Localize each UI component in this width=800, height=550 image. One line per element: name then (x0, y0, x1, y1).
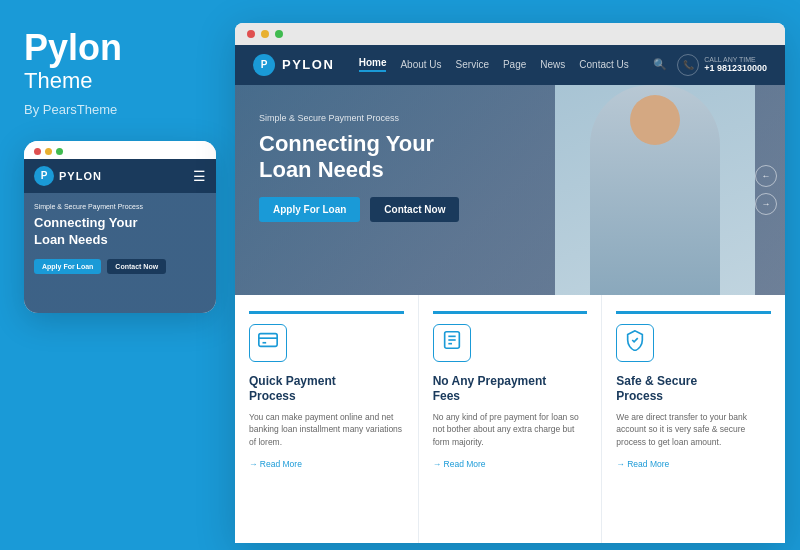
mobile-logo-text: PYLON (59, 170, 102, 182)
feature-title-prepayment: No Any PrepaymentFees (433, 374, 588, 405)
site-logo-icon: P (253, 54, 275, 76)
browser-titlebar (235, 23, 785, 45)
left-panel: Pylon Theme By PearsTheme P PYLON ☰ Simp… (0, 0, 235, 550)
hero-person-head (630, 95, 680, 145)
feature-accent-bar-3 (616, 311, 771, 314)
apply-loan-button[interactable]: Apply For Loan (259, 197, 360, 222)
nav-link-page[interactable]: Page (503, 59, 526, 70)
next-slide-button[interactable]: → (755, 193, 777, 215)
nav-link-about[interactable]: About Us (400, 59, 441, 70)
svg-rect-0 (259, 334, 277, 347)
feature-card-secure: Safe & SecureProcess We are direct trans… (602, 295, 785, 543)
site-hero: ← → Simple & Secure Payment Process Conn… (235, 85, 785, 295)
site-nav-links: Home About Us Service Page News Contact … (359, 57, 629, 72)
feature-title-secure: Safe & SecureProcess (616, 374, 771, 405)
mobile-mockup: P PYLON ☰ Simple & Secure Payment Proces… (24, 141, 216, 313)
brand-by: By PearsTheme (24, 102, 117, 117)
features-row: Quick PaymentProcess You can make paymen… (235, 295, 785, 543)
mobile-top-bar (24, 141, 216, 159)
hero-title: Connecting Your Loan Needs (259, 131, 539, 184)
site-nav-right: 🔍 📞 CALL ANY TIME +1 9812310000 (653, 54, 767, 76)
dot-red (34, 148, 41, 155)
phone-block: 📞 CALL ANY TIME +1 9812310000 (677, 54, 767, 76)
nav-link-service[interactable]: Service (456, 59, 489, 70)
mobile-logo-icon: P (34, 166, 54, 186)
site-nav: P PYLON Home About Us Service Page News … (235, 45, 785, 85)
phone-text: CALL ANY TIME +1 9812310000 (704, 56, 767, 73)
feature-icon-payment (249, 324, 287, 362)
site-nav-logo: P PYLON (253, 54, 334, 76)
nav-link-home[interactable]: Home (359, 57, 387, 72)
browser-dot-yellow (261, 30, 269, 38)
browser-mockup: P PYLON Home About Us Service Page News … (235, 23, 785, 543)
feature-accent-bar (249, 311, 404, 314)
mobile-dots (34, 148, 63, 155)
mobile-contact-button[interactable]: Contact Now (107, 259, 166, 274)
secure-icon (624, 329, 646, 356)
feature-desc-prepayment: No any kind of pre payment for loan so n… (433, 411, 588, 449)
mobile-nav: P PYLON ☰ (24, 159, 216, 193)
feature-read-more-payment[interactable]: → Read More (249, 459, 404, 469)
dot-yellow (45, 148, 52, 155)
mobile-apply-button[interactable]: Apply For Loan (34, 259, 101, 274)
contact-now-button[interactable]: Contact Now (370, 197, 459, 222)
brand-name: Pylon Theme (24, 28, 122, 94)
feature-desc-secure: We are direct transfer to your bank acco… (616, 411, 771, 449)
mobile-hero: Simple & Secure Payment Process Connecti… (24, 193, 216, 313)
browser-dot-red (247, 30, 255, 38)
mobile-nav-logo: P PYLON (34, 166, 102, 186)
feature-title-payment: Quick PaymentProcess (249, 374, 404, 405)
feature-read-more-prepayment[interactable]: → Read More (433, 459, 588, 469)
feature-icon-secure (616, 324, 654, 362)
prev-slide-button[interactable]: ← (755, 165, 777, 187)
mobile-hamburger-icon[interactable]: ☰ (193, 168, 206, 184)
browser-dot-green (275, 30, 283, 38)
hero-person-image (555, 85, 755, 295)
mobile-hero-title: Connecting YourLoan Needs (34, 215, 206, 249)
mobile-hero-btns: Apply For Loan Contact Now (34, 259, 206, 274)
site-logo-text: PYLON (282, 57, 334, 72)
feature-accent-bar-2 (433, 311, 588, 314)
payment-icon (257, 329, 279, 356)
search-icon[interactable]: 🔍 (653, 58, 667, 71)
mobile-hero-sub: Simple & Secure Payment Process (34, 203, 206, 210)
phone-icon: 📞 (677, 54, 699, 76)
prepayment-icon (441, 329, 463, 356)
hero-nav-arrows: ← → (755, 165, 777, 215)
feature-icon-prepayment (433, 324, 471, 362)
nav-link-news[interactable]: News (540, 59, 565, 70)
feature-read-more-secure[interactable]: → Read More (616, 459, 771, 469)
feature-card-prepayment: No Any PrepaymentFees No any kind of pre… (419, 295, 603, 543)
hero-person-shape (590, 85, 720, 295)
feature-desc-payment: You can make payment online and net bank… (249, 411, 404, 449)
feature-card-payment: Quick PaymentProcess You can make paymen… (235, 295, 419, 543)
nav-link-contact[interactable]: Contact Us (579, 59, 628, 70)
dot-green (56, 148, 63, 155)
